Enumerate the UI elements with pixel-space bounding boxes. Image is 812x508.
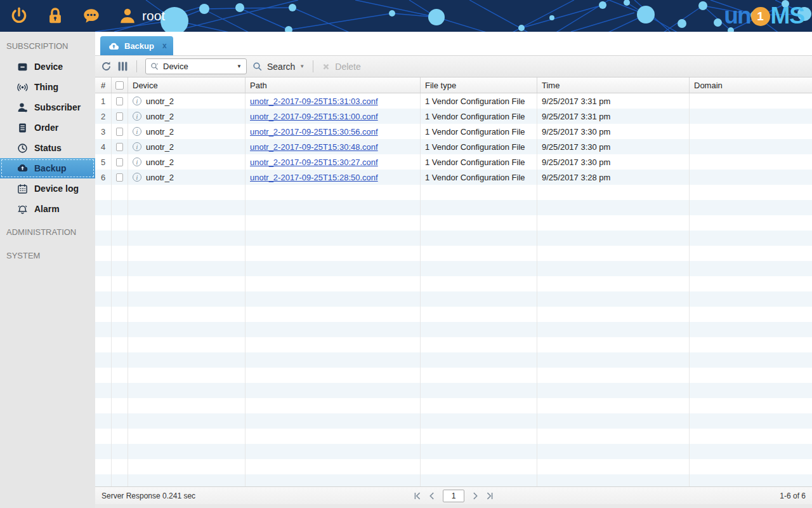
last-page-button[interactable] [486, 492, 494, 500]
device-cell [128, 261, 246, 276]
device-cell: iunotr_2 [128, 93, 246, 109]
table-filler-row [95, 261, 812, 276]
chat-icon[interactable] [82, 6, 101, 25]
column-header-time[interactable]: Time [537, 77, 690, 93]
info-icon[interactable]: i [133, 157, 141, 166]
table-row[interactable]: 5iunotr_2unotr_2-2017-09-25T15:30:27.con… [95, 154, 812, 170]
table-row[interactable]: 4iunotr_2unotr_2-2017-09-25T15:30:48.con… [95, 139, 812, 154]
device-cell [128, 352, 246, 368]
path-cell [246, 261, 421, 276]
page-number-input[interactable] [443, 490, 464, 502]
device-cell [128, 383, 246, 398]
backup-file-link[interactable]: unotr_2-2017-09-25T15:28:50.conf [250, 173, 378, 182]
domain-cell [690, 474, 812, 486]
backup-file-link[interactable]: unotr_2-2017-09-25T15:30:56.conf [250, 127, 378, 137]
info-icon[interactable]: i [133, 112, 141, 121]
info-icon[interactable]: i [133, 127, 141, 136]
sidebar: SUBSCRIPTION Device [0, 32, 95, 508]
prev-page-button[interactable] [428, 492, 436, 500]
row-checkbox[interactable] [116, 173, 123, 182]
time-cell: 9/25/2017 3:31 pm [537, 93, 690, 109]
row-number [95, 413, 112, 429]
sidebar-item-alarm[interactable]: Alarm [0, 199, 95, 219]
combobox-arrow-icon[interactable]: ▼ [237, 64, 242, 69]
next-page-button[interactable] [471, 492, 479, 500]
column-header-num[interactable]: # [95, 77, 112, 93]
row-checkbox-cell [112, 352, 128, 368]
time-cell [537, 383, 690, 398]
sidebar-item-device-log[interactable]: Device log [0, 178, 95, 199]
backup-file-link[interactable]: unotr_2-2017-09-25T15:31:03.conf [250, 97, 378, 106]
path-cell [246, 444, 421, 459]
file-type-cell: 1 Vendor Configuration File [421, 124, 537, 139]
sidebar-item-device[interactable]: Device [0, 57, 95, 77]
row-checkbox[interactable] [116, 128, 123, 136]
device-cell [128, 276, 246, 291]
sidebar-section-subscription[interactable]: SUBSCRIPTION [0, 33, 95, 57]
lock-icon[interactable] [46, 6, 65, 25]
select-all-checkbox[interactable] [115, 81, 124, 90]
row-number [95, 368, 112, 383]
backup-file-link[interactable]: unotr_2-2017-09-25T15:31:00.conf [250, 112, 378, 121]
sidebar-section-administration[interactable]: ADMINISTRATION [0, 219, 95, 243]
sidebar-item-status[interactable]: Status [0, 138, 95, 158]
power-icon[interactable] [10, 6, 29, 25]
columns-button[interactable] [117, 61, 128, 72]
info-icon[interactable]: i [133, 142, 141, 151]
path-cell: unotr_2-2017-09-25T15:30:27.conf [246, 154, 421, 170]
row-checkbox[interactable] [116, 158, 123, 166]
domain-cell [690, 200, 812, 215]
backup-file-link[interactable]: unotr_2-2017-09-25T15:30:27.conf [250, 157, 378, 167]
first-page-button[interactable] [414, 492, 421, 500]
table-row[interactable]: 6iunotr_2unotr_2-2017-09-25T15:28:50.con… [95, 170, 812, 185]
file-type-cell: 1 Vendor Configuration File [421, 139, 537, 154]
column-header-domain[interactable]: Domain [690, 77, 812, 93]
search-dropdown-arrow-icon[interactable]: ▼ [299, 64, 304, 69]
tab-close-icon[interactable]: x [162, 42, 167, 50]
domain-cell [690, 444, 812, 459]
sidebar-item-label: Status [34, 143, 62, 153]
row-checkbox[interactable] [116, 97, 123, 105]
time-cell [537, 368, 690, 383]
sidebar-item-subscriber[interactable]: Subscriber [0, 97, 95, 117]
tab-backup[interactable]: Backup x [100, 36, 173, 55]
sidebar-item-backup[interactable]: Backup [0, 158, 95, 178]
row-checkbox[interactable] [116, 143, 123, 151]
column-header-path[interactable]: Path [246, 77, 421, 93]
info-icon[interactable]: i [133, 97, 141, 105]
column-header-file-type[interactable]: File type [421, 77, 537, 93]
sidebar-item-thing[interactable]: Thing [0, 77, 95, 97]
table-row[interactable]: 3iunotr_2unotr_2-2017-09-25T15:30:56.con… [95, 124, 812, 139]
sidebar-item-order[interactable]: Order [0, 117, 95, 138]
time-cell: 9/25/2017 3:30 pm [537, 154, 690, 170]
path-cell: unotr_2-2017-09-25T15:28:50.conf [246, 170, 421, 185]
info-icon[interactable]: i [133, 173, 141, 182]
delete-button[interactable]: Delete [322, 62, 360, 72]
file-type-cell [421, 322, 537, 337]
file-type-cell: 1 Vendor Configuration File [421, 154, 537, 170]
time-cell [537, 215, 690, 231]
row-checkbox-cell [112, 261, 128, 276]
main-panel: Backup x [95, 32, 812, 508]
domain-cell [690, 109, 812, 124]
file-type-cell [421, 185, 537, 200]
path-cell [246, 459, 421, 474]
path-cell [246, 383, 421, 398]
table-row[interactable]: 1iunotr_2unotr_2-2017-09-25T15:31:03.con… [95, 93, 812, 109]
path-cell [246, 337, 421, 352]
table-row[interactable]: 2iunotr_2unotr_2-2017-09-25T15:31:00.con… [95, 109, 812, 124]
file-type-cell [421, 352, 537, 368]
column-header-device[interactable]: Device [128, 77, 246, 93]
search-button[interactable]: Search ▼ [252, 62, 304, 72]
backup-file-link[interactable]: unotr_2-2017-09-25T15:30:48.conf [250, 142, 378, 152]
path-cell [246, 231, 421, 246]
row-checkbox[interactable] [116, 112, 123, 121]
file-type-cell [421, 215, 537, 231]
filter-field-combobox[interactable]: Device ▼ [145, 58, 247, 74]
user-menu[interactable]: root [118, 6, 165, 25]
file-type-cell [421, 398, 537, 413]
sidebar-section-system[interactable]: SYSTEM [0, 243, 95, 266]
subscriber-icon [17, 102, 28, 113]
username-label: root [142, 8, 165, 23]
refresh-button[interactable] [101, 61, 112, 72]
